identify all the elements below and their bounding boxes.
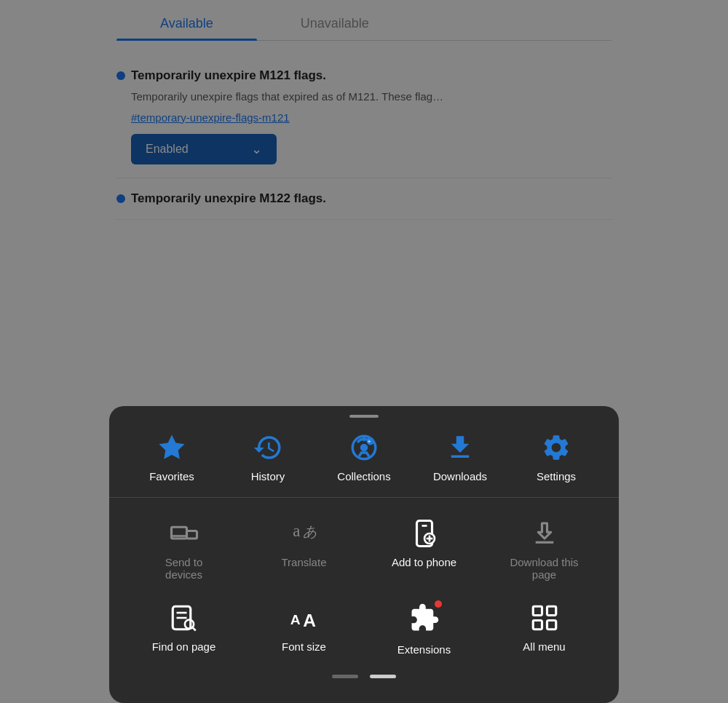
sheet-handle — [349, 415, 379, 418]
settings-button[interactable]: Settings — [520, 432, 593, 482]
bottom-icon-row: Find on page A A Font size Extensions — [109, 588, 619, 663]
svg-rect-23 — [533, 606, 542, 615]
nav-pill-2 — [370, 675, 396, 678]
font-size-button[interactable]: A A Font size — [268, 603, 341, 656]
svg-text:A: A — [303, 611, 316, 630]
svg-rect-26 — [547, 621, 555, 629]
settings-label: Settings — [537, 470, 576, 482]
font-size-label: Font size — [282, 640, 326, 653]
favorites-label: Favorites — [149, 470, 194, 482]
send-to-devices-icon — [169, 518, 199, 549]
svg-rect-6 — [186, 531, 197, 539]
all-menu-label: All menu — [523, 640, 565, 653]
extensions-label: Extensions — [397, 643, 451, 656]
top-icon-row: Favorites History + Collections — [109, 432, 619, 498]
font-size-icon: A A — [289, 603, 320, 633]
translate-icon: a あ — [289, 518, 320, 549]
history-button[interactable]: History — [232, 432, 304, 482]
collections-icon: + — [349, 432, 379, 463]
red-dot-indicator — [435, 600, 442, 608]
bottom-sheet: Favorites History + Collections — [109, 406, 619, 703]
add-to-phone-label: Add to phone — [392, 556, 456, 568]
collections-button[interactable]: + Collections — [328, 432, 400, 482]
find-on-page-label: Find on page — [152, 640, 216, 653]
svg-text:A: A — [290, 612, 300, 627]
history-icon — [253, 432, 283, 463]
downloads-button[interactable]: Downloads — [424, 432, 496, 482]
translate-label: Translate — [282, 556, 327, 568]
history-label: History — [251, 470, 285, 482]
collections-label: Collections — [337, 470, 390, 482]
send-to-devices-label: Send todevices — [165, 556, 203, 581]
svg-text:あ: あ — [303, 524, 317, 539]
svg-text:a: a — [293, 522, 300, 540]
send-to-devices-button[interactable]: Send todevices — [148, 518, 221, 581]
svg-rect-24 — [547, 606, 555, 615]
find-on-page-button[interactable]: Find on page — [148, 603, 221, 656]
settings-icon — [541, 432, 571, 463]
download-page-label: Download thispage — [510, 556, 578, 581]
download-page-icon — [529, 518, 560, 549]
svg-point-19 — [184, 620, 193, 629]
add-to-phone-icon — [409, 518, 440, 549]
favorites-button[interactable]: Favorites — [135, 432, 208, 482]
translate-button[interactable]: a あ Translate — [268, 518, 341, 581]
svg-text:+: + — [367, 438, 371, 445]
download-page-button[interactable]: Download thispage — [508, 518, 581, 581]
svg-line-20 — [192, 627, 195, 630]
downloads-label: Downloads — [433, 470, 487, 482]
middle-icon-row: Send todevices a あ Translate Add to phon… — [109, 498, 619, 588]
find-on-page-icon — [169, 603, 199, 633]
extensions-button[interactable]: Extensions — [388, 603, 461, 656]
all-menu-icon — [529, 603, 560, 633]
extensions-icon — [409, 603, 440, 633]
downloads-icon — [445, 432, 475, 463]
sheet-bottom-nav — [109, 675, 619, 681]
svg-rect-25 — [533, 621, 542, 629]
add-to-phone-button[interactable]: Add to phone — [388, 518, 461, 581]
all-menu-button[interactable]: All menu — [508, 603, 581, 656]
nav-pill-1 — [332, 675, 358, 678]
star-icon — [157, 432, 187, 463]
